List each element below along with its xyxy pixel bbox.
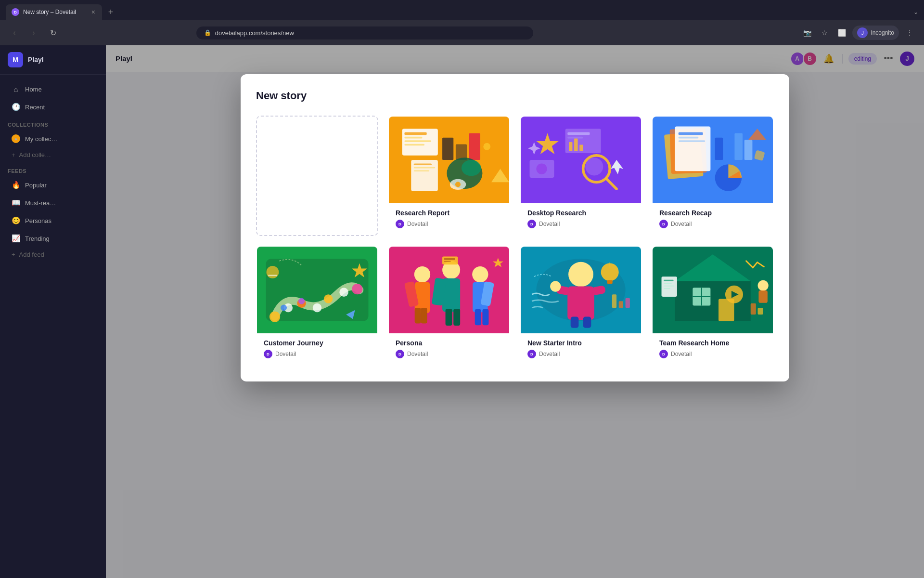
template-info-customer-journey: Customer Journey D Dovetail [257,333,377,365]
modal-backdrop[interactable]: New story Blank story [106,45,924,578]
dovetail-logo-recap: D [659,220,668,228]
template-card-persona[interactable]: Persona D Dovetail [388,246,510,366]
svg-point-106 [758,280,769,291]
sidebar-item-must-read[interactable]: 📖 Must-rea… [4,194,102,211]
sidebar-item-my-collections-label: My collec… [25,135,57,143]
svg-rect-34 [679,132,703,135]
sidebar-item-trending-label: Trending [25,235,50,242]
template-thumbnail-team-research [653,247,773,333]
svg-rect-72 [482,309,488,325]
svg-point-51 [352,284,362,294]
menu-button[interactable]: ⋮ [903,26,916,39]
svg-rect-84 [583,317,591,328]
svg-point-82 [550,281,561,291]
app-container: M Playl ⌂ Home 🕐 Recent Collections ● My… [0,45,924,578]
personas-icon: 😊 [12,216,20,225]
new-tab-button[interactable]: + [104,5,117,19]
sidebar-workspace: M Playl [0,45,106,75]
svg-rect-75 [444,258,455,260]
add-feed-button[interactable]: + Add feed [4,248,102,262]
svg-rect-88 [612,294,616,308]
template-card-research-report[interactable]: Research Report D Dovetail [388,116,510,236]
add-collection-button[interactable]: + Add colle… [4,148,102,162]
svg-rect-24 [579,145,583,151]
template-card-desktop-research[interactable]: Desktop Research D Dovetail [520,116,642,236]
address-text: dovetailapp.com/stories/new [215,29,294,37]
sidebar-item-trending[interactable]: 📈 Trending [4,230,102,247]
template-author-label-rr: Dovetail [407,221,428,227]
extension-button[interactable]: ⬜ [835,26,848,39]
add-collection-label: Add colle… [19,151,51,158]
incognito-label: Incognito [871,29,894,36]
svg-rect-20 [567,132,590,135]
template-info-blank: Blank story [257,235,377,236]
template-card-team-research[interactable]: Team Research Home D Dovetail [652,246,774,366]
must-read-icon: 📖 [12,198,20,207]
add-feed-label: Add feed [19,251,44,258]
sidebar-nav: ⌂ Home 🕐 Recent Collections ● My collec…… [0,75,106,268]
template-name-team-research: Team Research Home [659,339,766,347]
incognito-badge[interactable]: J Incognito [852,26,899,40]
template-thumbnail-desktop-research [521,117,641,203]
svg-marker-92 [675,254,750,281]
address-bar[interactable]: 🔒 dovetailapp.com/stories/new [196,26,533,39]
svg-rect-83 [571,317,579,328]
svg-point-58 [414,266,430,282]
forward-button[interactable]: › [27,26,40,39]
template-card-research-recap[interactable]: Research Recap D Dovetail [652,116,774,236]
dovetail-logo-ns: D [527,350,536,358]
template-info-research-report: Research Report D Dovetail [389,203,509,235]
sidebar-item-popular-label: Popular [25,182,47,189]
tab-close-button[interactable]: × [90,7,96,17]
sidebar-item-home[interactable]: ⌂ Home [4,81,102,98]
sidebar-item-personas-label: Personas [25,217,51,224]
svg-rect-43 [754,150,765,161]
template-author-label-cj: Dovetail [275,351,296,357]
template-author-research-report: D Dovetail [396,220,502,228]
sidebar-item-my-collections[interactable]: ● My collec… [4,130,102,147]
svg-rect-6 [456,144,467,160]
template-card-blank[interactable]: Blank story [256,116,378,236]
template-author-label-persona: Dovetail [407,351,428,357]
svg-marker-15 [491,169,509,183]
svg-marker-42 [748,129,766,140]
svg-point-50 [339,288,348,297]
collections-section-label: Collections [0,116,106,130]
svg-rect-37 [715,138,723,160]
camera-off-icon[interactable]: 📷 [800,26,814,39]
template-thumbnail-research-report [389,117,509,203]
svg-point-49 [324,294,333,303]
svg-marker-18 [536,133,558,154]
svg-rect-10 [414,167,435,169]
bookmark-button[interactable]: ☆ [818,26,831,39]
svg-rect-102 [664,286,674,287]
sidebar-item-popular[interactable]: 🔥 Popular [4,176,102,194]
svg-rect-35 [679,137,699,139]
template-card-customer-journey[interactable]: Customer Journey D Dovetail [256,246,378,366]
more-tabs-button[interactable]: ⌄ [913,9,918,15]
dovetail-logo-persona: D [396,350,404,358]
dovetail-logo-dr: D [527,220,536,228]
svg-rect-61 [421,308,427,323]
template-thumbnail-new-starter [521,247,641,333]
template-info-new-starter: New Starter Intro D Dovetail [521,333,641,365]
svg-rect-7 [469,133,480,160]
svg-point-17 [455,182,461,187]
svg-rect-2 [404,137,422,139]
add-collection-icon: + [12,151,15,158]
dovetail-logo-rr: D [396,220,404,228]
sidebar: M Playl ⌂ Home 🕐 Recent Collections ● My… [0,45,106,578]
svg-line-27 [606,179,616,189]
template-name-new-starter: New Starter Intro [527,339,634,347]
active-tab[interactable]: D New story – Dovetail × [6,4,102,20]
tab-title: New story – Dovetail [23,9,87,15]
template-card-new-starter[interactable]: New Starter Intro D Dovetail [520,246,642,366]
svg-rect-105 [758,308,763,315]
svg-rect-67 [453,309,460,326]
template-thumbnail-persona [389,247,509,333]
back-button[interactable]: ‹ [8,26,21,39]
sidebar-item-personas[interactable]: 😊 Personas [4,212,102,229]
svg-rect-104 [751,303,756,315]
reload-button[interactable]: ↻ [46,26,60,39]
sidebar-item-recent[interactable]: 🕐 Recent [4,98,102,116]
